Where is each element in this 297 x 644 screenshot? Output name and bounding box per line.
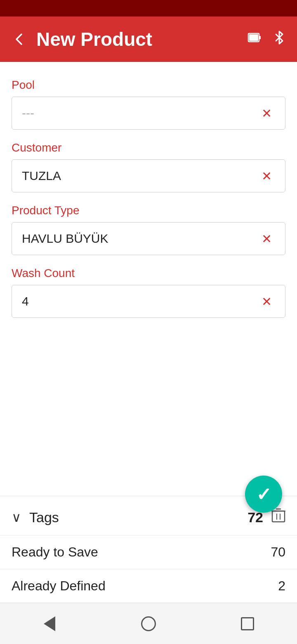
- wash-count-label: Wash Count: [12, 267, 285, 280]
- ready-to-save-value: 70: [271, 545, 285, 560]
- pool-value: ---: [22, 106, 258, 120]
- already-defined-label: Already Defined: [12, 578, 106, 594]
- customer-value: TUZLA: [22, 169, 258, 183]
- chevron-down-icon[interactable]: ∨: [12, 509, 21, 525]
- svg-rect-2: [249, 34, 258, 41]
- status-bar: [0, 0, 297, 17]
- nav-home-button[interactable]: [132, 611, 165, 636]
- product-type-label: Product Type: [12, 204, 285, 217]
- pool-field[interactable]: --- ✕: [12, 97, 285, 130]
- tags-delete-button[interactable]: [271, 508, 285, 527]
- app-bar-icons: [247, 30, 285, 49]
- back-button[interactable]: [12, 32, 26, 47]
- form-content: Pool --- ✕ Customer TUZLA ✕ Product Type…: [0, 62, 297, 380]
- wash-count-value: 4: [22, 294, 258, 308]
- customer-field[interactable]: TUZLA ✕: [12, 159, 285, 192]
- nav-recents-button[interactable]: [231, 611, 264, 636]
- product-type-field[interactable]: HAVLU BÜYÜK ✕: [12, 222, 285, 255]
- customer-clear-button[interactable]: ✕: [258, 167, 275, 185]
- app-bar: New Product: [0, 17, 297, 62]
- ready-to-save-row: Ready to Save 70: [0, 535, 297, 569]
- bottom-section: ✓ ∨ Tags 72 Ready to Save 70 Already Def…: [0, 496, 297, 603]
- battery-icon: [247, 30, 262, 49]
- back-nav-icon: [44, 616, 55, 631]
- bluetooth-icon: [273, 30, 285, 49]
- nav-back-button[interactable]: [33, 611, 66, 636]
- tags-label: Tags: [29, 509, 239, 526]
- confirm-fab[interactable]: ✓: [245, 476, 282, 513]
- recents-nav-icon: [241, 617, 254, 630]
- product-type-value: HAVLU BÜYÜK: [22, 232, 258, 246]
- checkmark-icon: ✓: [256, 484, 271, 505]
- wash-count-field[interactable]: 4 ✕: [12, 285, 285, 318]
- home-nav-icon: [141, 616, 156, 631]
- pool-label: Pool: [12, 78, 285, 92]
- ready-to-save-label: Ready to Save: [12, 545, 98, 560]
- svg-rect-3: [272, 511, 285, 522]
- page-title: New Product: [36, 28, 237, 50]
- nav-bar: [0, 603, 297, 644]
- pool-clear-button[interactable]: ✕: [258, 104, 275, 122]
- product-type-clear-button[interactable]: ✕: [258, 230, 275, 248]
- svg-rect-1: [259, 36, 261, 39]
- customer-label: Customer: [12, 141, 285, 154]
- wash-count-clear-button[interactable]: ✕: [258, 293, 275, 310]
- already-defined-row: Already Defined 2: [0, 569, 297, 603]
- already-defined-value: 2: [278, 578, 285, 594]
